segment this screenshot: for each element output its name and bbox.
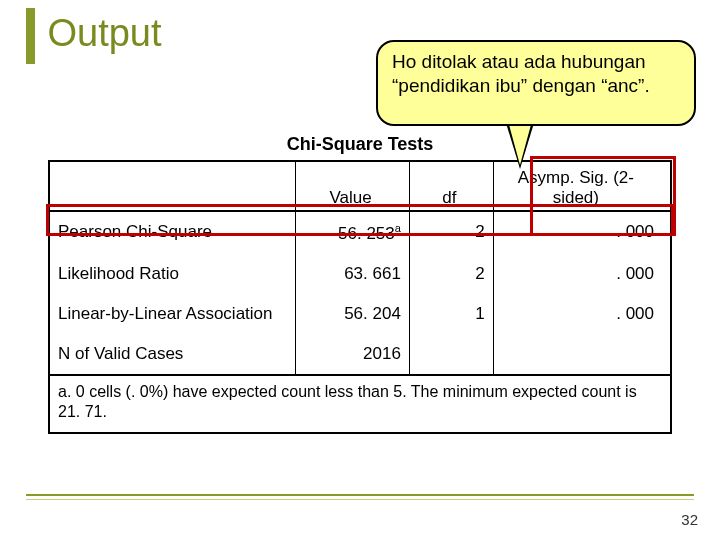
callout-line2: “pendidikan ibu” dengan “anc”. [392, 75, 650, 96]
page-title: Output [47, 12, 161, 55]
header-value: Value [296, 161, 409, 211]
row-value: 63. 661 [296, 254, 409, 294]
bottom-rule [26, 494, 694, 500]
row-label: N of Valid Cases [49, 334, 296, 375]
callout-line1: Ho ditolak atau ada hubungan [392, 51, 646, 72]
table-footnote-row: a. 0 cells (. 0%) have expected count le… [49, 375, 671, 433]
table-header-row: Value df Asymp. Sig. (2-sided) [49, 161, 671, 211]
slide: Output Ho ditolak atau ada hubungan “pen… [0, 0, 720, 540]
row-label: Linear-by-Linear Association [49, 294, 296, 334]
table-caption: Chi-Square Tests [0, 134, 720, 155]
table-row: Likelihood Ratio 63. 661 2 . 000 [49, 254, 671, 294]
row-value: 56. 204 [296, 294, 409, 334]
row-df: 2 [409, 211, 493, 254]
table-row: Pearson Chi-Square 56. 253a 2 . 000 [49, 211, 671, 254]
row-sig: . 000 [493, 254, 671, 294]
row-value: 56. 253a [296, 211, 409, 254]
row-value: 2016 [296, 334, 409, 375]
row-df: 1 [409, 294, 493, 334]
row-df: 2 [409, 254, 493, 294]
callout-box: Ho ditolak atau ada hubungan “pendidikan… [376, 40, 696, 126]
header-blank [49, 161, 296, 211]
row-label: Pearson Chi-Square [49, 211, 296, 254]
header-df: df [409, 161, 493, 211]
title-accent-bar [26, 8, 35, 64]
row-sig: . 000 [493, 294, 671, 334]
page-number: 32 [681, 511, 698, 528]
table-row: N of Valid Cases 2016 [49, 334, 671, 375]
row-sig [493, 334, 671, 375]
table-footnote: a. 0 cells (. 0%) have expected count le… [49, 375, 671, 433]
row-df [409, 334, 493, 375]
row-sig: . 000 [493, 211, 671, 254]
row-label: Likelihood Ratio [49, 254, 296, 294]
table-row: Linear-by-Linear Association 56. 204 1 .… [49, 294, 671, 334]
chi-square-table: Value df Asymp. Sig. (2-sided) Pearson C… [48, 160, 672, 434]
